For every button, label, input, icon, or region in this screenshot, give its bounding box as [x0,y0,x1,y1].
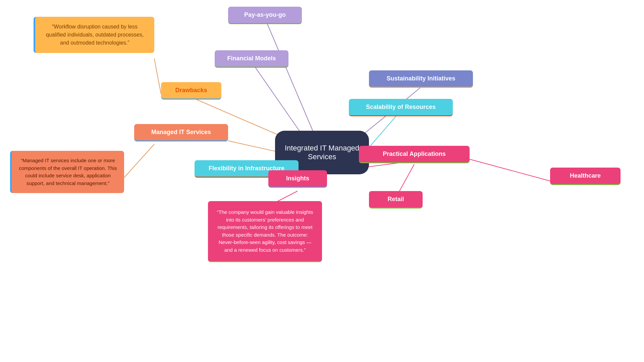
financial-models-node[interactable]: Financial Models [215,50,288,68]
svg-line-9 [154,59,161,94]
managed-it-node[interactable]: Managed IT Services [134,124,228,141]
drawbacks-node[interactable]: Drawbacks [161,82,221,100]
quote-drawbacks-node: “Workflow disruption caused by less qual… [34,17,154,53]
retail-node[interactable]: Retail [369,191,423,208]
practical-applications-node[interactable]: Practical Applications [359,146,470,163]
healthcare-node[interactable]: Healthcare [550,168,621,185]
insights-node[interactable]: Insights [268,170,327,188]
scalability-node[interactable]: Scalability of Resources [349,99,453,116]
sustainability-node[interactable]: Sustainability Initiatives [369,70,473,88]
quote-managed-node: “Managed IT services include one or more… [10,151,124,193]
quote-insights-node: “The company would gain valuable insight… [208,201,322,262]
pay-as-you-go-node[interactable]: Pay-as-you-go [228,7,302,24]
svg-line-12 [470,159,550,181]
svg-line-10 [124,144,154,178]
